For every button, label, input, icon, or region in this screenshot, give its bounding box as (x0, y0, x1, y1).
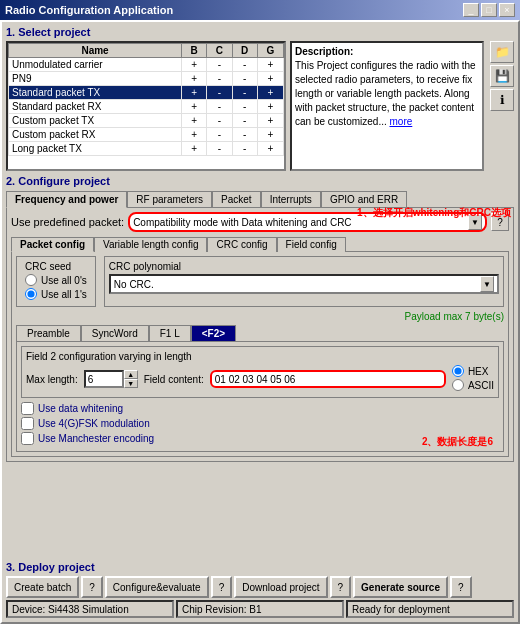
table-row[interactable]: Custom packet TX + - - + (9, 114, 284, 128)
field-content-label: Field content: (144, 374, 204, 385)
radio-hex-input[interactable] (452, 365, 464, 377)
maximize-button[interactable]: □ (481, 3, 497, 17)
max-length-up[interactable]: ▲ (124, 370, 138, 379)
predefined-label: Use predefined packet: (11, 216, 124, 228)
folder-icon[interactable]: 📁 (490, 41, 514, 63)
main-tab-content: 1、选择开启whitening和CRC选项 Use predefined pac… (6, 207, 514, 462)
row-d: - (232, 114, 257, 128)
section3-header: 3. Deploy project (6, 561, 514, 573)
deployment-status: Ready for deployment (346, 600, 514, 618)
checkbox-fsk[interactable] (21, 417, 34, 430)
payload-label: Payload max 7 byte(s) (16, 311, 504, 322)
max-length-value: 6 (88, 374, 94, 385)
row-c: - (207, 142, 232, 156)
radio-all-zeros-label: Use all 0's (41, 275, 87, 286)
field-tab-preamble[interactable]: Preamble (16, 325, 81, 342)
field-content-input[interactable]: 01 02 03 04 05 06 (210, 370, 446, 388)
row-g: + (257, 142, 283, 156)
more-link[interactable]: more (390, 116, 413, 127)
deploy-buttons-row: Create batch ? Configure&evaluate ? Down… (6, 576, 514, 598)
max-length-spinbox[interactable]: 6 (84, 370, 124, 388)
download-project-help[interactable]: ? (330, 576, 352, 598)
radio-all-ones: Use all 1's (25, 288, 87, 300)
generate-source-help[interactable]: ? (450, 576, 472, 598)
row-name: Standard packet TX (9, 86, 182, 100)
table-row[interactable]: Long packet TX + - - + (9, 142, 284, 156)
download-project-button[interactable]: Download project (234, 576, 327, 598)
row-g: + (257, 58, 283, 72)
table-row[interactable]: Unmodulated carrier + - - + (9, 58, 284, 72)
radio-hex: HEX (452, 365, 494, 377)
description-box: Description: This Project configures the… (290, 41, 484, 171)
create-batch-help[interactable]: ? (81, 576, 103, 598)
tab-frequency-power[interactable]: Frequency and power (6, 191, 127, 208)
hex-ascii-group: HEX ASCII (452, 365, 494, 393)
generate-source-button[interactable]: Generate source (353, 576, 448, 598)
radio-all-zeros: Use all 0's (25, 274, 87, 286)
project-table[interactable]: Name B C D G Unmodulated carrier + - - +… (6, 41, 286, 171)
table-row[interactable]: Standard packet RX + - - + (9, 100, 284, 114)
field-tab-content: Field 2 configuration varying in length … (16, 341, 504, 452)
subtab-packet-config[interactable]: Packet config (11, 237, 94, 252)
table-row[interactable]: Standard packet TX + - - + (9, 86, 284, 100)
max-length-label: Max length: (26, 374, 78, 385)
subtab-crc-config[interactable]: CRC config (207, 237, 276, 252)
radio-all-zeros-input[interactable] (25, 274, 37, 286)
subtab-variable-length[interactable]: Variable length config (94, 237, 207, 252)
crc-seed-box: CRC seed Use all 0's Use all 1's (16, 256, 96, 307)
tab-interrupts[interactable]: Interrupts (261, 191, 321, 208)
field-tab-syncword[interactable]: SyncWord (81, 325, 149, 342)
main-window: 1. Select project Name B C D G Un (0, 20, 520, 624)
subtab-field-config[interactable]: Field config (277, 237, 346, 252)
configure-evaluate-button[interactable]: Configure&evaluate (105, 576, 209, 598)
window-title: Radio Configuration Application (5, 4, 173, 16)
table-row[interactable]: PN9 + - - + (9, 72, 284, 86)
tab-rf-parameters[interactable]: RF parameters (127, 191, 212, 208)
row-c: - (207, 114, 232, 128)
crc-poly-arrow[interactable]: ▼ (480, 276, 494, 292)
configure-evaluate-help[interactable]: ? (211, 576, 233, 598)
checkbox-fsk-row: Use 4(G)FSK modulation (21, 417, 499, 430)
field-config-box: Field 2 configuration varying in length … (21, 346, 499, 398)
status-bar: Device: Si4438 Simulation Chip Revision:… (6, 600, 514, 618)
row-c: - (207, 128, 232, 142)
radio-all-ones-input[interactable] (25, 288, 37, 300)
table-row[interactable]: Custom packet RX + - - + (9, 128, 284, 142)
field-config-row: Max length: 6 ▲ ▼ Field content: (26, 365, 494, 393)
row-name: Custom packet RX (9, 128, 182, 142)
sub-tab-content: CRC seed Use all 0's Use all 1's CRC pol… (11, 251, 509, 457)
minimize-button[interactable]: _ (463, 3, 479, 17)
row-d: - (232, 100, 257, 114)
save-icon[interactable]: 💾 (490, 65, 514, 87)
tab-packet[interactable]: Packet (212, 191, 261, 208)
row-d: - (232, 58, 257, 72)
checkbox-manchester[interactable] (21, 432, 34, 445)
row-b: + (182, 72, 207, 86)
crc-poly-title: CRC polynomial (109, 261, 499, 272)
checkbox-whitening[interactable] (21, 402, 34, 415)
description-label: Description: (295, 46, 479, 57)
close-button[interactable]: × (499, 3, 515, 17)
create-batch-button[interactable]: Create batch (6, 576, 79, 598)
crc-poly-combo[interactable]: No CRC. ▼ (109, 274, 499, 294)
row-g: + (257, 128, 283, 142)
crc-seed-title: CRC seed (25, 261, 87, 272)
row-b: + (182, 86, 207, 100)
radio-ascii-label: ASCII (468, 380, 494, 391)
field-tab-f1l[interactable]: F1 L (149, 325, 191, 342)
field-tab-f2[interactable]: <F2> (191, 325, 236, 342)
annotation2: 2、数据长度是6 (422, 435, 493, 449)
checkbox-manchester-label: Use Manchester encoding (38, 433, 154, 444)
project-list: Name B C D G Unmodulated carrier + - - +… (8, 43, 284, 156)
info-icon[interactable]: ℹ (490, 89, 514, 111)
max-length-arrows: ▲ ▼ (124, 370, 138, 388)
checkbox-whitening-label: Use data whitening (38, 403, 123, 414)
col-b: B (182, 44, 207, 58)
row-name: PN9 (9, 72, 182, 86)
checkbox-whitening-row: Use data whitening (21, 402, 499, 415)
max-length-down[interactable]: ▼ (124, 379, 138, 388)
row-g: + (257, 86, 283, 100)
crc-row: CRC seed Use all 0's Use all 1's CRC pol… (16, 256, 504, 307)
radio-ascii: ASCII (452, 379, 494, 391)
radio-ascii-input[interactable] (452, 379, 464, 391)
